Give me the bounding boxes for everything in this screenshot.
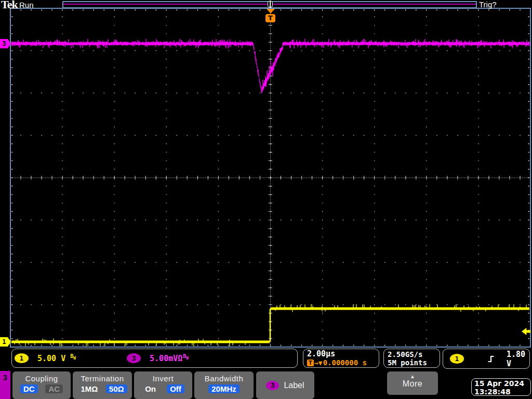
ch1-bandwidth-limit-icon: BW: [70, 353, 76, 361]
invert-button[interactable]: Invert On Off: [134, 371, 192, 399]
ch3-bandwidth-limit-icon: BW: [183, 353, 189, 361]
acquisition-readout-box[interactable]: 2.50GS/s 5M points: [383, 349, 440, 368]
up-arrow-icon: ▲: [387, 374, 438, 379]
trigger-position-t-badge[interactable]: T: [265, 14, 275, 22]
coupling-button[interactable]: Coupling DC AC: [12, 371, 71, 399]
termination-button[interactable]: Termination 1MΩ 50Ω: [73, 371, 132, 399]
trigger-status: Trig?: [479, 0, 497, 9]
trigger-level-readout: 1.80 V: [507, 350, 529, 368]
trigger-source-badge: 1: [450, 354, 464, 364]
invert-label: Invert: [134, 374, 192, 383]
sample-rate-readout: 2.50GS/s: [388, 350, 440, 358]
timebase-scale-readout: 2.00µs: [307, 350, 379, 358]
coupling-label: Coupling: [12, 374, 71, 383]
graticule-display: [0, 0, 532, 399]
ch1-scale-readout: 5.00 V: [37, 354, 65, 363]
ch3-scale-readout: 5.00mVΩ: [150, 354, 182, 363]
invert-option-on[interactable]: On: [142, 384, 159, 393]
tek-logo: Tek: [1, 0, 18, 11]
bandwidth-option-20mhz[interactable]: 20MHz: [208, 384, 240, 393]
record-view-bar[interactable]: [62, 1, 477, 8]
trigger-t-icon: T: [307, 360, 314, 366]
termination-option-50ohm[interactable]: 50Ω: [106, 384, 127, 393]
channel-readout-box[interactable]: 1 5.00 V BW 3 5.00mVΩ BW: [11, 349, 298, 368]
datetime-display: 15 Apr 2024 13:28:48: [471, 378, 531, 396]
label-button-text: Label: [284, 381, 304, 390]
termination-label: Termination: [73, 374, 132, 383]
bandwidth-button[interactable]: Bandwidth 20MHz: [194, 371, 254, 399]
acquisition-status: Run: [19, 1, 34, 9]
label-button[interactable]: 3 Label: [256, 371, 314, 399]
menu-channel-tab[interactable]: 3: [0, 371, 10, 399]
termination-option-1mohm[interactable]: 1MΩ: [77, 384, 101, 393]
ch3-badge[interactable]: 3: [127, 353, 141, 363]
ch1-badge[interactable]: 1: [15, 353, 29, 363]
delay-marker-icon: ▼: [318, 359, 323, 367]
date-text: 15 Apr 2024: [474, 379, 530, 388]
oscilloscope-screen: Tek Run Trig? 3 1 T 1 5.00 V BW 3 5.00mV…: [0, 0, 532, 399]
bandwidth-label: Bandwidth: [194, 374, 254, 383]
coupling-option-dc[interactable]: DC: [20, 384, 38, 393]
coupling-option-ac[interactable]: AC: [45, 384, 63, 393]
arrow-right-icon: →: [314, 359, 318, 367]
rising-edge-slope-icon: [487, 354, 496, 364]
time-text: 13:28:48: [474, 388, 530, 396]
trigger-readout-box[interactable]: 1 1.80 V: [443, 349, 530, 369]
record-trigger-position-marker[interactable]: [268, 1, 273, 7]
invert-option-off[interactable]: Off: [167, 384, 184, 393]
record-length-readout: 5M points: [388, 358, 440, 367]
horizontal-readout-box[interactable]: 2.00µs T → ▼ 0.000000 s: [303, 349, 379, 368]
label-channel-badge: 3: [266, 381, 279, 390]
more-button-text: More: [387, 379, 438, 389]
more-button[interactable]: ▲ More: [387, 371, 438, 395]
horizontal-position-readout: 0.000000 s: [323, 358, 367, 367]
